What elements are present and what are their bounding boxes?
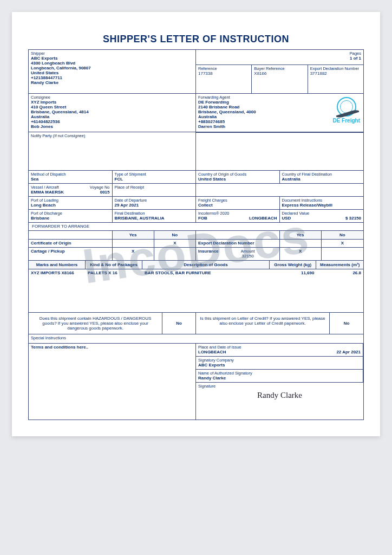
document-body: Shipper ABC Exports 4300 Longbeach Blvd …: [28, 49, 364, 420]
voyage-label: Voyage No: [90, 185, 110, 190]
shipper-contact: Randy Clarke: [31, 80, 193, 85]
vessel-value: EMMA MAERSK: [31, 190, 64, 195]
globe-icon: [337, 97, 356, 117]
terms-cell: Terms and conditions here..: [29, 344, 196, 420]
port-loading-label: Port of Loading: [31, 198, 110, 203]
sig-company-value: ABC Exports: [198, 363, 361, 367]
freight-label: Freight Charges: [198, 198, 277, 203]
finaldest-country-value: Australia: [282, 177, 362, 182]
sig-name-label: Name of Authorized Signatory: [198, 371, 361, 376]
th-desc: Description of Goods: [142, 261, 270, 269]
notify-label: Notify Party (If not Consignee): [31, 133, 193, 138]
finaldest-country-label: Country of Final Destination: [282, 172, 362, 177]
th-meas: Measurements (m³): [316, 261, 363, 269]
doc-instr-value: Express Release/Waybill: [282, 203, 362, 208]
consignee-name: XYZ Imports: [31, 100, 193, 105]
dispatch-cell: Method of Dispatch Sea: [29, 171, 113, 183]
final-dest-value: BRISBANE, AUSTRALIA: [115, 216, 194, 221]
finaldest-country-cell: Country of Final Destination Australia: [280, 171, 364, 183]
reference-label: Reference: [198, 66, 249, 71]
issue-label: Place and Date of Issue: [198, 345, 361, 350]
hazard-q: Does this shipment contain HAZARDOUS / D…: [29, 313, 162, 334]
freight-value: Collect: [198, 203, 277, 208]
consignee-label: Consignee: [31, 95, 193, 100]
export-decl-value: 3771882: [310, 71, 361, 76]
shiptype-cell: Type of Shipment FCL: [113, 171, 197, 183]
insurance-label: Insurance: [198, 249, 219, 259]
origin-label: Country of Origin of Goods: [198, 172, 277, 177]
buyer-ref-value: X8166: [254, 71, 305, 76]
sig-company-cell: Signatory Company ABC Exports: [196, 357, 363, 370]
departure-cell: Date of Departure 29 Apr 2021: [113, 197, 197, 209]
export-decl-label: Export Declaration Number: [310, 66, 361, 71]
port-discharge-label: Port of Discharge: [31, 211, 110, 216]
incoterms-place: LONGBEACH: [249, 216, 277, 221]
arrange-label: FORWARDER TO ARRANGE: [32, 224, 361, 229]
insurance-yes: X: [280, 248, 322, 260]
shipper-addr2: Longbeach, California, 90807: [31, 66, 193, 70]
sig-name-cell: Name of Authorized Signatory Randy Clark…: [196, 370, 363, 383]
yn-yes2: Yes: [280, 231, 322, 239]
final-dest-label: Final Destination: [115, 211, 194, 216]
origin-cell: Country of Origin of Goods United States: [196, 171, 280, 183]
consignee-addr2: Brisbane, Queensland, 4814: [31, 109, 193, 114]
shipper-country: United States: [31, 70, 193, 75]
notify-blank: [196, 132, 363, 170]
notify-cell: Notify Party (If not Consignee): [29, 132, 196, 170]
cartage-no: [154, 248, 196, 260]
edn-label: Export Declaration Number: [196, 240, 280, 247]
consignee-country: Australia: [31, 114, 193, 119]
edn-no: X: [322, 240, 363, 247]
insurance-value: 32150: [219, 254, 277, 259]
blank-cell-1: [196, 184, 363, 196]
signature-cell: Signature Randy Clarke: [196, 383, 363, 420]
dispatch-value: Sea: [31, 177, 110, 182]
port-loading-value: Long Beach: [31, 203, 110, 208]
vessel-voyage-cell: Vessel / Aircraft Voyage No EMMA MAERSK …: [29, 184, 113, 196]
port-discharge-cell: Port of Discharge Brisbane: [29, 210, 113, 222]
receipt-label: Place of Receipt: [115, 185, 194, 190]
doc-instr-label: Document Instructions: [282, 198, 362, 203]
vessel-label: Vessel / Aircraft: [31, 185, 59, 190]
consignee-cell: Consignee XYZ Imports 410 Queen Street B…: [29, 94, 196, 132]
departure-label: Date of Departure: [115, 198, 194, 203]
cartage-label: Cartage / Pickup: [29, 248, 113, 260]
td-gross: 11,690: [270, 269, 317, 312]
departure-value: 29 Apr 2021: [115, 203, 194, 208]
yn-blank1: [29, 231, 113, 239]
td-marks: XYZ IMPORTS X8166: [29, 269, 86, 312]
consignee-contact: Bob Jones: [31, 124, 193, 129]
company-logo: DE Freight: [332, 97, 360, 124]
special-label: Special Instructions: [31, 335, 361, 340]
declared-amount: $ 32150: [345, 216, 361, 221]
signature-label: Signature: [198, 384, 361, 389]
special-cell: Special Instructions: [29, 334, 363, 343]
shipper-phone: +121388447711: [31, 75, 193, 80]
yn-blank2: [196, 231, 280, 239]
shiptype-value: FCL: [115, 177, 194, 182]
th-kind: Kind & No of Packages: [86, 261, 142, 269]
voyage-value: 0015: [100, 190, 110, 195]
edn-yes: [280, 240, 322, 247]
sig-name-value: Randy Clarke: [198, 376, 361, 380]
doc-instr-cell: Document Instructions Express Release/Wa…: [280, 197, 364, 209]
th-marks: Marks and Numbers: [29, 261, 86, 269]
shipper-addr1: 4300 Longbeach Blvd: [31, 61, 193, 66]
port-loading-cell: Port of Loading Long Beach: [29, 197, 113, 209]
sig-company-label: Signatory Company: [198, 358, 361, 363]
consignee-phone: +61404822536: [31, 119, 193, 124]
coo-yes: [113, 240, 154, 247]
loc-a: No: [330, 313, 363, 334]
receipt-cell: Place of Receipt: [113, 184, 197, 196]
port-discharge-value: Brisbane: [31, 216, 110, 221]
loc-q: Is this shipment on Letter of Credit? If…: [196, 313, 330, 334]
reference-value: 177338: [198, 71, 249, 76]
dispatch-label: Method of Dispatch: [31, 172, 110, 177]
buyer-ref-cell: Buyer Reference X8166: [252, 65, 308, 93]
shipper-name: ABC Exports: [31, 56, 193, 61]
shipper-label: Shipper: [31, 51, 193, 56]
td-meas: 26.8: [316, 269, 363, 312]
buyer-ref-label: Buyer Reference: [254, 66, 305, 71]
consignee-addr1: 410 Queen Street: [31, 105, 193, 109]
final-dest-cell: Final Destination BRISBANE, AUSTRALIA: [113, 210, 197, 222]
